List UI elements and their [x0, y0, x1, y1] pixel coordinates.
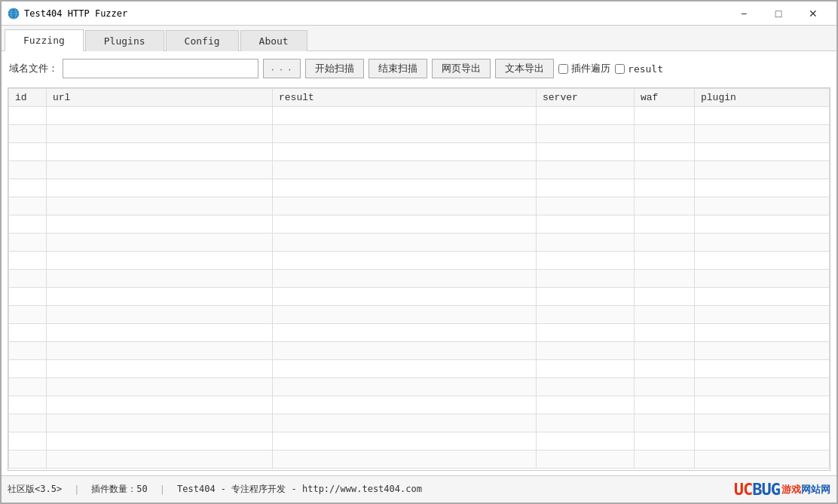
table-row	[9, 432, 830, 451]
table-body	[9, 107, 830, 469]
logo-uc: UC	[734, 480, 753, 499]
table-row	[9, 143, 830, 161]
table-row	[9, 451, 830, 469]
plugin-history-checkbox[interactable]	[558, 64, 568, 74]
tab-config[interactable]: Config	[166, 30, 239, 51]
status-bar: 社区版<3.5> | 插件数量：50 | Test404 - 专注程序开发 - …	[2, 475, 836, 502]
tab-about[interactable]: About	[240, 30, 307, 51]
app-icon	[8, 8, 20, 20]
logo-game: 游戏	[781, 483, 801, 496]
table-row	[9, 215, 830, 234]
toolbar: 域名文件： · · · 开始扫描 结束扫描 网页导出 文本导出 插件遍历 res…	[8, 56, 830, 81]
col-header-id: id	[9, 89, 47, 107]
table-row	[9, 270, 830, 288]
table-row	[9, 125, 830, 143]
browse-button[interactable]: · · ·	[263, 59, 301, 78]
tab-bar: Fuzzing Plugins Config About	[2, 26, 836, 51]
ucbug-logo: UC BUG 游戏 网 站网	[734, 480, 830, 499]
table-row	[9, 378, 830, 396]
plugin-history-group: 插件遍历	[558, 62, 610, 75]
table-row	[9, 360, 830, 378]
data-table-wrapper: id url result server waf plugin	[8, 87, 830, 471]
table-header-row: id url result server waf plugin	[9, 89, 830, 107]
stop-scan-button[interactable]: 结束扫描	[369, 59, 427, 78]
result-group: result	[615, 63, 663, 75]
tab-fuzzing[interactable]: Fuzzing	[5, 29, 84, 51]
plugin-count-text: 插件数量：50	[91, 483, 147, 496]
table-row	[9, 107, 830, 125]
col-header-server: server	[537, 89, 635, 107]
col-header-url: url	[47, 89, 273, 107]
logo-domain: 站网	[811, 483, 830, 496]
maximize-button[interactable]: □	[761, 2, 796, 26]
data-table: id url result server waf plugin	[8, 88, 830, 469]
plugin-history-label[interactable]: 插件遍历	[571, 62, 610, 75]
table-row	[9, 306, 830, 324]
minimize-button[interactable]: −	[726, 2, 761, 26]
start-scan-button[interactable]: 开始扫描	[305, 59, 364, 78]
text-export-button[interactable]: 文本导出	[495, 59, 554, 78]
table-row	[9, 252, 830, 270]
table-row	[9, 197, 830, 215]
title-bar: Test404 HTTP Fuzzer − □ ✕	[2, 2, 836, 26]
col-header-result: result	[273, 89, 537, 107]
status-left: 社区版<3.5> | 插件数量：50 | Test404 - 专注程序开发 - …	[8, 483, 422, 496]
title-bar-left: Test404 HTTP Fuzzer	[8, 8, 127, 20]
close-button[interactable]: ✕	[796, 2, 830, 26]
table-row	[9, 288, 830, 306]
version-text: 社区版<3.5>	[8, 483, 62, 496]
table-row	[9, 414, 830, 432]
col-header-plugin: plugin	[695, 89, 830, 107]
info-text: Test404 - 专注程序开发 - http://www.test404.co…	[177, 483, 422, 496]
domain-input[interactable]	[63, 59, 258, 78]
table-row	[9, 161, 830, 179]
result-label[interactable]: result	[628, 63, 663, 75]
content-area: 域名文件： · · · 开始扫描 结束扫描 网页导出 文本导出 插件遍历 res…	[2, 51, 836, 475]
domain-label: 域名文件：	[9, 62, 58, 75]
window-controls: − □ ✕	[726, 2, 830, 26]
tab-plugins[interactable]: Plugins	[85, 30, 164, 51]
table-row	[9, 396, 830, 414]
result-checkbox[interactable]	[615, 64, 625, 74]
logo-bug: BUG	[752, 480, 780, 499]
app-window: Test404 HTTP Fuzzer − □ ✕ Fuzzing Plugin…	[0, 0, 838, 504]
table-row	[9, 234, 830, 252]
table-row	[9, 179, 830, 197]
window-title: Test404 HTTP Fuzzer	[24, 8, 127, 19]
web-export-button[interactable]: 网页导出	[432, 59, 491, 78]
col-header-waf: waf	[635, 89, 695, 107]
table-row	[9, 324, 830, 342]
logo-net: 网	[801, 483, 811, 496]
table-row	[9, 342, 830, 360]
